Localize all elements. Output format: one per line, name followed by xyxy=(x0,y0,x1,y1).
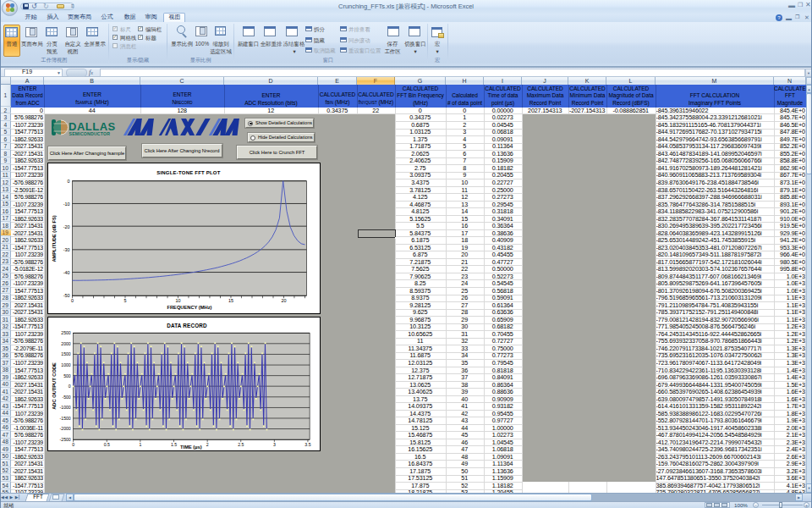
svg-text:-2000: -2000 xyxy=(60,426,71,431)
svg-text:20: 20 xyxy=(281,298,286,303)
svg-text:TIME (µs): TIME (µs) xyxy=(180,444,202,450)
svg-text:0: 0 xyxy=(72,442,74,447)
svg-text:500: 500 xyxy=(63,373,71,378)
svg-text:0: 0 xyxy=(69,384,71,389)
svg-text:2500: 2500 xyxy=(61,330,71,335)
svg-text:-20: -20 xyxy=(63,224,70,229)
svg-text:-40: -40 xyxy=(63,270,70,275)
svg-text:-500: -500 xyxy=(62,395,70,400)
svg-text:1500: 1500 xyxy=(61,351,71,356)
svg-text:1.5: 1.5 xyxy=(171,442,177,447)
svg-text:ADC OUTPUT CODE: ADC OUTPUT CODE xyxy=(52,362,57,410)
svg-text:2.5: 2.5 xyxy=(238,442,244,447)
svg-text:0.5: 0.5 xyxy=(104,442,110,447)
svg-text:3.5: 3.5 xyxy=(304,442,310,447)
svg-text:-2500: -2500 xyxy=(60,437,71,442)
svg-text:1000: 1000 xyxy=(61,362,71,367)
svg-text:DATA RECORD: DATA RECORD xyxy=(167,323,207,329)
svg-text:SINGLE-TONE FFT PLOT: SINGLE-TONE FFT PLOT xyxy=(156,170,220,175)
svg-text:15: 15 xyxy=(228,298,233,303)
svg-text:FREQUENCY (MHz): FREQUENCY (MHz) xyxy=(167,305,211,310)
svg-text:2000: 2000 xyxy=(61,341,71,346)
svg-text:1: 1 xyxy=(139,442,141,447)
svg-text:2: 2 xyxy=(206,442,209,447)
svg-text:-30: -30 xyxy=(63,247,70,252)
svg-text:10: 10 xyxy=(175,298,180,303)
svg-text:-10: -10 xyxy=(63,202,70,207)
svg-text:-1000: -1000 xyxy=(60,405,71,410)
svg-text:-1500: -1500 xyxy=(60,416,71,421)
svg-text:0: 0 xyxy=(71,298,74,303)
svg-text:0: 0 xyxy=(68,179,70,184)
svg-text:-50: -50 xyxy=(63,293,70,298)
svg-text:3: 3 xyxy=(273,442,276,447)
svg-text:AMPLITUDE (dB FS): AMPLITUDE (dB FS) xyxy=(52,215,57,262)
svg-text:SEMICONDUCTOR: SEMICONDUCTOR xyxy=(69,131,111,136)
svg-text:5: 5 xyxy=(123,298,126,303)
